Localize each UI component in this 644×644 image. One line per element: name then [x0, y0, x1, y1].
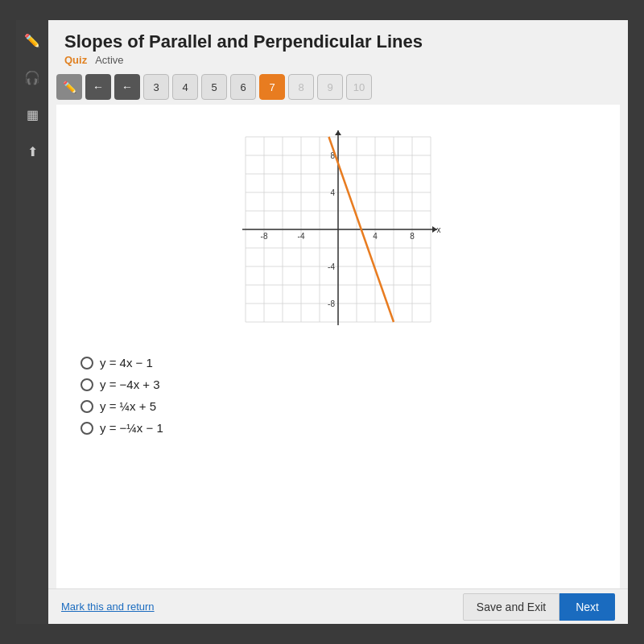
bottom-bar: Mark this and return Save and Exit Next: [48, 588, 628, 624]
question-8-button: 8: [288, 74, 314, 100]
question-4-button[interactable]: 4: [172, 74, 198, 100]
page-title: Slopes of Parallel and Perpendicular Lin…: [64, 31, 612, 52]
mark-return-link[interactable]: Mark this and return: [61, 601, 155, 613]
graph-container: [221, 113, 455, 346]
option-b-label: y = −4x + 3: [100, 378, 160, 391]
back-button-2[interactable]: ←: [114, 74, 140, 100]
question-area: y = 4x − 1 y = −4x + 3 y = ¼x + 5 y = −¼…: [56, 105, 620, 588]
up-icon[interactable]: ⬆: [20, 139, 44, 163]
question-9-button: 9: [317, 74, 343, 100]
option-a[interactable]: y = 4x − 1: [80, 356, 163, 369]
next-button[interactable]: Next: [559, 593, 615, 621]
coordinate-graph: [221, 113, 455, 346]
question-10-button: 10: [346, 74, 372, 100]
answer-options: y = 4x − 1 y = −4x + 3 y = ¼x + 5 y = −¼…: [64, 356, 163, 435]
question-6-button[interactable]: 6: [230, 74, 256, 100]
title-bar: Slopes of Parallel and Perpendicular Lin…: [48, 20, 628, 69]
radio-b[interactable]: [80, 378, 93, 391]
option-d[interactable]: y = −¼x − 1: [80, 421, 163, 435]
toolbar: ✏️ ← ← 3 4 5 6 7 8 9 10: [48, 69, 628, 105]
calculator-icon[interactable]: ▦: [20, 102, 44, 126]
pencil-icon[interactable]: ✏️: [20, 28, 44, 52]
question-7-button[interactable]: 7: [259, 74, 285, 100]
option-c[interactable]: y = ¼x + 5: [80, 399, 163, 413]
radio-c[interactable]: [80, 400, 93, 413]
option-a-label: y = 4x − 1: [100, 356, 153, 369]
back-button-1[interactable]: ←: [85, 74, 111, 100]
bottom-buttons: Save and Exit Next: [463, 593, 615, 621]
save-exit-button[interactable]: Save and Exit: [463, 593, 559, 621]
active-label: Active: [95, 54, 123, 66]
quiz-label: Quiz: [64, 54, 87, 66]
headphone-icon[interactable]: 🎧: [20, 65, 44, 89]
radio-a[interactable]: [80, 357, 93, 369]
left-sidebar: ✏️ 🎧 ▦ ⬆: [16, 20, 48, 624]
main-content: Slopes of Parallel and Perpendicular Lin…: [48, 20, 628, 624]
option-c-label: y = ¼x + 5: [100, 399, 156, 413]
option-b[interactable]: y = −4x + 3: [80, 378, 163, 391]
option-d-label: y = −¼x − 1: [100, 421, 163, 435]
radio-d[interactable]: [80, 422, 93, 435]
question-3-button[interactable]: 3: [143, 74, 169, 100]
question-5-button[interactable]: 5: [201, 74, 227, 100]
pencil-tool-button[interactable]: ✏️: [56, 74, 82, 100]
